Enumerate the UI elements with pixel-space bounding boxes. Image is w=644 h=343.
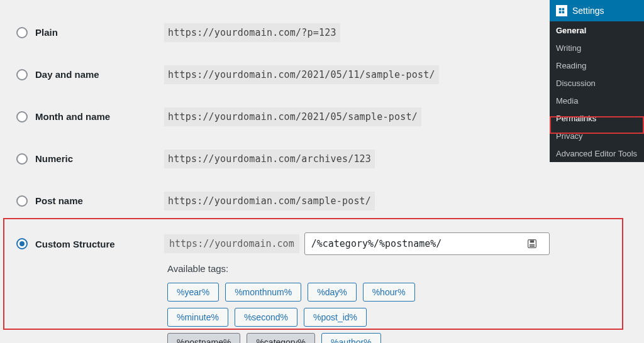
svg-rect-3 bbox=[562, 11, 565, 14]
radio-custom-structure[interactable] bbox=[16, 238, 28, 249]
sidebar-item-label: Writing bbox=[556, 43, 581, 53]
tag-post-id[interactable]: %post_id% bbox=[304, 308, 367, 327]
sidebar-item-label: Permalinks bbox=[556, 114, 596, 123]
option-label: Plain bbox=[35, 27, 164, 38]
tag-postname[interactable]: %postname% bbox=[167, 333, 240, 343]
custom-structure-input[interactable] bbox=[304, 232, 550, 255]
option-example-url: https://yourdomian.com/sample-post/ bbox=[164, 192, 375, 210]
permalink-option-post-name: Post name https://yourdomian.com/sample-… bbox=[0, 180, 550, 222]
tag-row: %postname% %category% %author% bbox=[167, 333, 440, 343]
available-tags-label: Available tags: bbox=[0, 263, 550, 274]
tag-day[interactable]: %day% bbox=[308, 283, 356, 302]
sidebar-item-label: Privacy bbox=[556, 131, 583, 141]
sidebar-item-discussion[interactable]: Discussion bbox=[550, 74, 644, 92]
sidebar-item-label: Reading bbox=[556, 61, 586, 70]
tag-second[interactable]: %second% bbox=[235, 308, 297, 327]
sidebar-item-general[interactable]: General bbox=[550, 21, 644, 39]
tag-hour[interactable]: %hour% bbox=[363, 283, 415, 302]
admin-sidebar-settings: Settings General Writing Reading Discuss… bbox=[550, 0, 644, 162]
radio-day-name[interactable] bbox=[16, 69, 28, 80]
sidebar-item-permalinks[interactable]: Permalinks bbox=[550, 109, 644, 127]
option-example-url: https://yourdomain.com/2021/05/sample-po… bbox=[164, 107, 421, 126]
sidebar-item-media[interactable]: Media bbox=[550, 92, 644, 109]
svg-rect-1 bbox=[562, 8, 565, 11]
sidebar-item-label: Media bbox=[556, 96, 578, 106]
custom-base-url: https://yourdomain.com bbox=[164, 234, 299, 253]
permalink-option-custom: Custom Structure https://yourdomain.com … bbox=[0, 222, 550, 343]
svg-rect-5 bbox=[530, 240, 533, 242]
radio-numeric[interactable] bbox=[16, 153, 28, 165]
svg-rect-2 bbox=[559, 11, 562, 14]
permalink-option-numeric: Numeric https://yourdomain.com/archives/… bbox=[0, 138, 550, 180]
tag-row: %year% %monthnum% %day% %hour% %minute% … bbox=[167, 283, 440, 327]
permalink-option-month-name: Month and name https://yourdomain.com/20… bbox=[0, 95, 550, 138]
tag-year[interactable]: %year% bbox=[167, 283, 219, 302]
settings-icon bbox=[556, 5, 567, 16]
option-example-url: https://yourdomain.com/archives/123 bbox=[164, 150, 375, 168]
permalink-option-plain: Plain https://yourdomain.com/?p=123 bbox=[0, 11, 550, 53]
svg-rect-7 bbox=[530, 246, 535, 247]
input-save-icon[interactable] bbox=[527, 239, 537, 249]
option-example-url: https://yourdomain.com/?p=123 bbox=[164, 23, 340, 42]
custom-structure-input-wrap bbox=[299, 232, 550, 255]
tag-minute[interactable]: %minute% bbox=[167, 308, 228, 327]
svg-rect-0 bbox=[559, 8, 562, 11]
sidebar-item-privacy[interactable]: Privacy bbox=[550, 127, 644, 144]
option-label: Numeric bbox=[35, 153, 164, 164]
option-label: Day and name bbox=[35, 69, 164, 80]
option-label: Post name bbox=[35, 195, 164, 206]
tag-monthnum[interactable]: %monthnum% bbox=[225, 283, 301, 302]
sidebar-item-label: Advanced Editor Tools bbox=[556, 149, 637, 158]
sidebar-item-label: Discussion bbox=[556, 79, 596, 88]
sidebar-item-writing[interactable]: Writing bbox=[550, 39, 644, 57]
available-tags: %year% %monthnum% %day% %hour% %minute% … bbox=[0, 283, 440, 343]
option-label: Month and name bbox=[35, 111, 164, 122]
permalink-option-day-name: Day and name https://yourdomain.com/2021… bbox=[0, 53, 550, 95]
sidebar-heading-settings[interactable]: Settings bbox=[550, 0, 644, 21]
radio-month-name[interactable] bbox=[16, 111, 28, 122]
tag-category[interactable]: %category% bbox=[247, 333, 315, 343]
wp-permalinks-screen: Settings General Writing Reading Discuss… bbox=[0, 0, 644, 343]
sidebar-item-reading[interactable]: Reading bbox=[550, 57, 644, 74]
option-label: Custom Structure bbox=[35, 239, 164, 249]
option-example-url: https://yourdomain.com/2021/05/11/sample… bbox=[164, 65, 439, 84]
svg-rect-6 bbox=[530, 244, 535, 246]
tag-author[interactable]: %author% bbox=[321, 333, 381, 343]
sidebar-item-advanced-editor-tools[interactable]: Advanced Editor Tools bbox=[550, 144, 644, 162]
sidebar-item-label: General bbox=[556, 26, 586, 35]
radio-plain[interactable] bbox=[16, 27, 28, 38]
radio-post-name[interactable] bbox=[16, 195, 28, 207]
permalink-settings-form: Plain https://yourdomain.com/?p=123 Day … bbox=[0, 0, 550, 343]
sidebar-heading-label: Settings bbox=[572, 6, 604, 16]
